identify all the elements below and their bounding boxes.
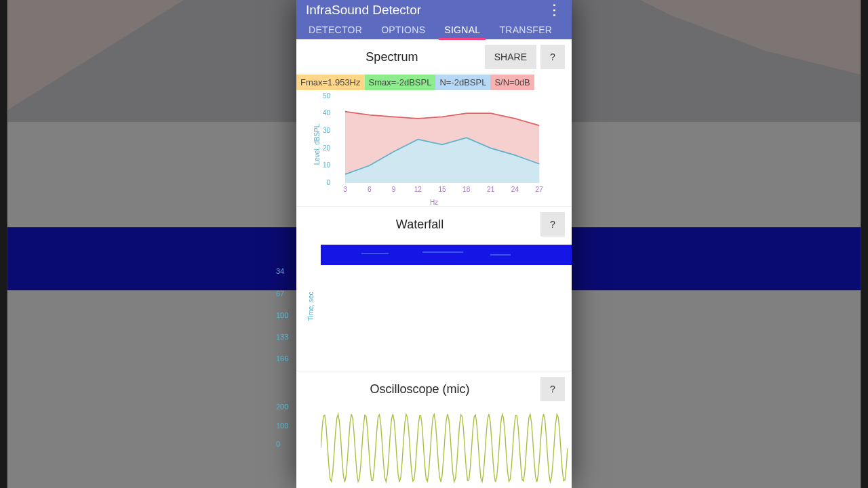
spectrum-section: Spectrum SHARE ? Fmax=1.953Hz Smax=-2dBS… xyxy=(296,39,572,207)
oscilloscope-help-button[interactable]: ? xyxy=(540,377,565,401)
share-button[interactable]: SHARE xyxy=(485,45,536,69)
spectrum-ylabel: Level, dBSPL xyxy=(313,124,321,165)
waterfall-title: Waterfall xyxy=(303,218,536,232)
svg-text:24: 24 xyxy=(511,186,519,193)
spectrum-stats: Fmax=1.953Hz Smax=-2dBSPL N=-2dBSPL S/N=… xyxy=(296,75,572,90)
tab-transfer[interactable]: TRANSFER xyxy=(490,20,561,39)
svg-text:15: 15 xyxy=(439,186,446,193)
spectrum-chart: Level, dBSPL 01020304050369121518212427 xyxy=(296,90,572,199)
app-bar: InfraSound Detector ⋯ xyxy=(296,0,572,20)
svg-text:3: 3 xyxy=(343,186,347,193)
svg-text:0: 0 xyxy=(326,179,330,186)
tab-detector[interactable]: DETECTOR xyxy=(299,20,372,39)
waterfall-ylabel: Time, sec xyxy=(307,292,315,321)
waterfall-help-button[interactable]: ? xyxy=(540,212,565,237)
tab-signal[interactable]: SIGNAL xyxy=(435,20,490,39)
spectrum-help-button[interactable]: ? xyxy=(540,45,565,69)
spectrum-title: Spectrum xyxy=(303,50,481,64)
stat-sn: S/N=0dB xyxy=(490,75,534,90)
spectrum-xlabel: Hz xyxy=(296,199,572,206)
svg-text:20: 20 xyxy=(323,144,330,152)
svg-text:40: 40 xyxy=(323,109,330,117)
svg-text:18: 18 xyxy=(462,186,470,193)
tab-options[interactable]: OPTIONS xyxy=(372,20,435,39)
oscilloscope-chart: 0100200 xyxy=(296,407,572,488)
overflow-menu-icon[interactable]: ⋯ xyxy=(547,3,562,18)
app-title: InfraSound Detector xyxy=(306,3,547,18)
svg-text:9: 9 xyxy=(392,186,396,193)
svg-text:10: 10 xyxy=(323,161,330,169)
waterfall-chart: Time, sec 3467100133166 xyxy=(296,242,572,371)
stat-smax: Smax=-2dBSPL xyxy=(365,75,436,90)
oscilloscope-section: Oscilloscope (mic) ? 0100200 xyxy=(296,371,572,488)
waterfall-canvas xyxy=(321,245,572,265)
svg-text:50: 50 xyxy=(323,92,330,99)
stat-fmax: Fmax=1.953Hz xyxy=(296,75,365,90)
svg-text:21: 21 xyxy=(487,186,494,193)
tab-bar: DETECTOR OPTIONS SIGNAL TRANSFER xyxy=(296,20,572,39)
svg-text:12: 12 xyxy=(414,186,422,193)
svg-text:6: 6 xyxy=(368,186,372,193)
svg-text:27: 27 xyxy=(536,186,543,193)
svg-text:30: 30 xyxy=(323,127,330,134)
stat-n: N=-2dBSPL xyxy=(435,75,490,90)
waterfall-section: Waterfall ? Time, sec 3467100133166 xyxy=(296,207,572,371)
app-window: InfraSound Detector ⋯ DETECTOR OPTIONS S… xyxy=(296,0,572,488)
oscilloscope-title: Oscilloscope (mic) xyxy=(303,382,536,396)
